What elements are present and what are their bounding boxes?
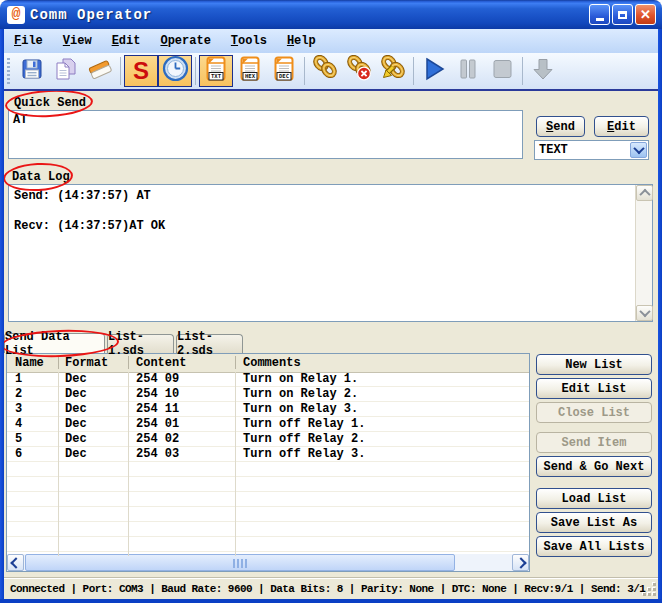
table-row[interactable]	[7, 522, 529, 537]
table-cell: 254 09	[136, 372, 179, 387]
table-gridline	[58, 372, 59, 556]
table-row[interactable]: 3Dec254 11Turn on Relay 3.	[7, 402, 529, 417]
new-list-button[interactable]: New List	[536, 354, 652, 375]
save-list-as-button[interactable]: Save List As	[536, 512, 652, 533]
chevron-down-icon	[633, 143, 644, 154]
pause-button	[451, 55, 485, 87]
load-list-button[interactable]: Load List	[536, 488, 652, 509]
table-row[interactable]: 5Dec254 02Turn off Relay 2.	[7, 432, 529, 447]
column-header-content[interactable]: Content	[136, 356, 186, 370]
edit-list-button[interactable]: Edit List	[536, 378, 652, 399]
pause-icon	[455, 56, 481, 87]
format-select-value: TEXT	[535, 143, 630, 157]
window-title: Comm Operator	[30, 7, 152, 23]
table-row[interactable]	[7, 507, 529, 522]
disconnect-button[interactable]	[342, 55, 376, 87]
hex-format-button[interactable]: HEX	[233, 55, 267, 87]
timer-button[interactable]	[158, 55, 192, 87]
send-go-next-button[interactable]: Send & Go Next	[536, 456, 652, 477]
statusbar: Connected | Port: COM3 | Baud Rate: 9600…	[4, 578, 658, 599]
table-cell: Turn off Relay 3.	[243, 447, 365, 462]
menu-item-tools[interactable]: Tools	[221, 32, 277, 50]
status-text: Connected | Port: COM3 | Baud Rate: 9600…	[10, 583, 645, 595]
copy-button[interactable]	[49, 55, 83, 87]
toolbar-separator	[413, 57, 414, 85]
maximize-icon	[618, 11, 627, 19]
resize-grip[interactable]	[643, 583, 656, 596]
format-select[interactable]: TEXT	[534, 140, 649, 160]
table-row[interactable]: 1Dec254 09Turn on Relay 1.	[7, 372, 529, 387]
table-row[interactable]: 6Dec254 03Turn off Relay 3.	[7, 447, 529, 462]
table-row[interactable]	[7, 462, 529, 477]
play-button[interactable]	[417, 55, 451, 87]
hscroll-thumb[interactable]	[25, 554, 455, 571]
menu-item-operate[interactable]: Operate	[150, 32, 220, 50]
menu-item-view[interactable]: View	[53, 32, 102, 50]
table-gridline	[235, 372, 236, 556]
table-cell: 3	[15, 402, 22, 417]
menu-item-help[interactable]: Help	[277, 32, 326, 50]
table-row[interactable]	[7, 477, 529, 492]
table-cell: 254 10	[136, 387, 179, 402]
chevron-down-icon	[639, 306, 650, 317]
disconnect-icon	[345, 55, 373, 87]
scroll-left-button[interactable]	[7, 554, 24, 571]
data-log-panel[interactable]: Send: (14:37:57) AT Recv: (14:37:57)AT O…	[8, 184, 653, 322]
text-format-button[interactable]: TXT	[199, 55, 233, 87]
titlebar: @ Comm Operator ✕	[0, 0, 662, 29]
table-cell: Turn off Relay 2.	[243, 432, 365, 447]
menu-item-file[interactable]: File	[4, 32, 53, 50]
table-row[interactable]: 2Dec254 10Turn on Relay 2.	[7, 387, 529, 402]
send-button[interactable]: Send	[536, 116, 585, 137]
hex-format-icon: HEX	[238, 54, 262, 88]
quick-send-input[interactable]: AT	[8, 110, 523, 159]
stop-button	[485, 55, 519, 87]
scroll-up-button[interactable]	[636, 185, 653, 201]
toolbar-separator	[120, 57, 121, 85]
edit-button[interactable]: Edit	[594, 116, 649, 137]
scroll-down-button[interactable]	[636, 305, 653, 321]
save-all-lists-button[interactable]: Save All Lists	[536, 536, 652, 557]
menu-item-edit[interactable]: Edit	[102, 32, 151, 50]
download-icon	[530, 56, 556, 87]
send-mode-button[interactable]: S	[124, 55, 158, 87]
column-header-comments[interactable]: Comments	[243, 356, 301, 370]
maximize-button[interactable]	[612, 4, 633, 25]
window-controls: ✕	[589, 4, 662, 25]
close-icon: ✕	[640, 8, 651, 21]
reconnect-button[interactable]	[376, 55, 410, 87]
window-border-right	[658, 22, 662, 603]
toolbar-grip[interactable]	[7, 58, 10, 84]
table-cell: Turn on Relay 3.	[243, 402, 358, 417]
table-row[interactable]	[7, 492, 529, 507]
save-icon	[20, 57, 44, 86]
dec-format-button[interactable]: DEC	[267, 55, 301, 87]
table-cell: 2	[15, 387, 22, 402]
eraser-icon	[87, 57, 114, 86]
tab-list-2-sds[interactable]: List-2.sds	[176, 334, 243, 353]
connect-button[interactable]	[308, 55, 342, 87]
column-header-format[interactable]: Format	[65, 356, 108, 370]
table-cell: Dec	[65, 417, 87, 432]
table-cell: Dec	[65, 372, 87, 387]
data-log-scrollbar[interactable]	[635, 185, 652, 321]
timer-icon	[162, 55, 189, 87]
hscroll-grip-icon	[233, 559, 247, 568]
format-select-arrow-button[interactable]	[630, 142, 647, 158]
table-row[interactable]: 4Dec254 01Turn off Relay 1.	[7, 417, 529, 432]
column-header-name[interactable]: Name	[15, 356, 44, 370]
eraser-button[interactable]	[83, 55, 117, 87]
table-cell: Dec	[65, 447, 87, 462]
column-divider[interactable]	[58, 356, 59, 369]
chevron-left-icon	[10, 557, 21, 568]
scroll-right-button[interactable]	[512, 554, 529, 571]
table-row[interactable]	[7, 537, 529, 552]
table-cell: 254 11	[136, 402, 179, 417]
window-border-bottom	[0, 599, 662, 603]
minimize-button[interactable]	[589, 4, 610, 25]
table-hscrollbar[interactable]	[7, 554, 529, 571]
save-button[interactable]	[15, 55, 49, 87]
close-list-button: Close List	[536, 402, 652, 423]
send-data-table[interactable]: NameFormatContentComments 1Dec254 09Turn…	[6, 353, 530, 572]
close-button[interactable]: ✕	[635, 4, 656, 25]
